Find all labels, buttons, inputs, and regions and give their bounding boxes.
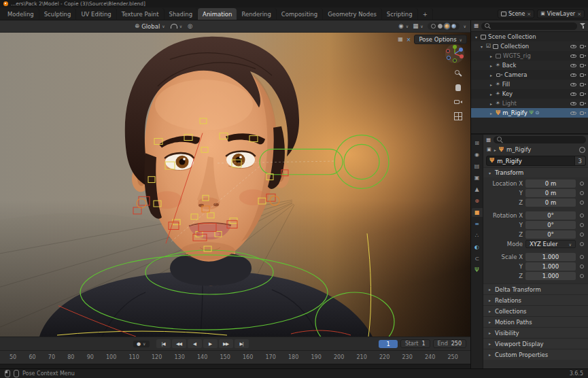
show-gizmo-dropdown[interactable]: ◉ ∨ bbox=[398, 23, 409, 29]
rotation-mode-dropdown[interactable]: XYZ Euler ∨ bbox=[525, 240, 576, 248]
tab-rendering[interactable]: Rendering bbox=[237, 8, 276, 20]
show-overlays-dropdown[interactable]: ▦ ∨ bbox=[413, 23, 423, 29]
outliner-row-collection[interactable]: ▾ ☑ Collection bbox=[471, 41, 588, 51]
keyframe-decorator[interactable] bbox=[578, 233, 585, 237]
disclosure-icon[interactable]: ▸ bbox=[489, 111, 494, 116]
properties-editor-icon[interactable]: ▦ bbox=[486, 137, 491, 143]
object-data-properties-tab[interactable]: Ψ bbox=[472, 266, 483, 275]
tab-animation[interactable]: Animation bbox=[198, 8, 237, 20]
add-workspace-button[interactable]: + bbox=[418, 8, 433, 20]
viewport-3d-canvas[interactable] bbox=[0, 33, 470, 337]
toggle-ortho-icon[interactable] bbox=[454, 112, 462, 120]
relations-panel-header[interactable]: ▸Relations bbox=[483, 294, 588, 305]
hide-eye-icon[interactable] bbox=[570, 90, 577, 97]
hide-eye-icon[interactable] bbox=[570, 43, 577, 50]
outliner-row-camera[interactable]: ▸ Camera bbox=[471, 70, 588, 80]
tab-sculpting[interactable]: Sculpting bbox=[39, 8, 77, 20]
world-properties-tab[interactable]: ⊕ bbox=[472, 196, 483, 205]
viewlayer-selector[interactable]: ▣ ViewLayer × bbox=[537, 10, 585, 18]
keyframe-decorator[interactable] bbox=[578, 191, 585, 195]
tab-texture-paint[interactable]: Texture Paint bbox=[117, 8, 165, 20]
keyframe-decorator[interactable] bbox=[578, 255, 585, 259]
viewport-display-panel-header[interactable]: ▸Viewport Display bbox=[483, 338, 588, 349]
motion-paths-panel-header[interactable]: ▸Motion Paths bbox=[483, 316, 588, 327]
grid-toggle-icon[interactable]: ▦ bbox=[398, 37, 403, 42]
disable-render-icon[interactable] bbox=[579, 81, 586, 88]
proportional-edit-dropdown[interactable]: ◎ bbox=[188, 23, 192, 29]
particle-properties-tab[interactable]: ∴ bbox=[472, 231, 483, 240]
timeline-ruler[interactable]: 50 60 70 80 90 100 110 120 130 140 150 1… bbox=[0, 350, 470, 364]
outliner-row-light[interactable]: ▸ ☀ Light bbox=[471, 99, 588, 108]
disable-render-icon[interactable] bbox=[579, 109, 586, 116]
hide-eye-icon[interactable] bbox=[570, 109, 577, 116]
keyframe-decorator[interactable] bbox=[578, 274, 585, 278]
rotation-x-field[interactable]: 0° bbox=[525, 211, 576, 220]
tab-shading[interactable]: Shading bbox=[165, 8, 198, 20]
jump-to-end-button[interactable]: ▶| bbox=[235, 339, 249, 348]
tool-properties-tab[interactable]: ⊞ bbox=[472, 139, 483, 148]
auto-keying-toggle[interactable]: ● ∨ bbox=[133, 341, 150, 347]
current-frame-field[interactable]: 1 bbox=[379, 340, 397, 348]
zoom-icon[interactable] bbox=[454, 69, 462, 78]
visibility-panel-header[interactable]: ▸Visibility bbox=[483, 327, 588, 338]
users-count-badge[interactable]: 3 bbox=[574, 156, 585, 165]
disable-render-icon[interactable] bbox=[579, 52, 586, 59]
disclosure-icon[interactable]: ▸ bbox=[489, 101, 494, 106]
camera-view-icon[interactable] bbox=[454, 98, 462, 106]
disable-render-icon[interactable] bbox=[579, 62, 586, 69]
keyframe-decorator[interactable] bbox=[578, 201, 585, 205]
scene-unlink-icon[interactable]: × bbox=[527, 12, 531, 17]
properties-search-input[interactable] bbox=[494, 136, 586, 143]
location-z-field[interactable]: 0 m bbox=[525, 199, 576, 207]
delta-transform-panel-header[interactable]: ▸Delta Transform bbox=[483, 284, 588, 294]
outliner-search-input[interactable] bbox=[481, 22, 577, 30]
keyframe-decorator[interactable] bbox=[578, 264, 585, 269]
disclosure-icon[interactable]: ▸ bbox=[489, 82, 494, 87]
location-x-field[interactable]: 0 m bbox=[525, 179, 576, 188]
disable-render-icon[interactable] bbox=[579, 90, 586, 97]
scale-y-field[interactable]: 1.000 bbox=[525, 262, 576, 271]
outliner-row-fill[interactable]: ▸ ☀ Fill bbox=[471, 80, 588, 89]
tab-uv-editing[interactable]: UV Editing bbox=[76, 8, 116, 20]
keyframe-decorator[interactable] bbox=[578, 242, 585, 246]
outliner-row-m-rigify[interactable]: ▸ Ψ m_Rigify Ψ ⊙ bbox=[471, 108, 588, 118]
start-frame-field[interactable]: Start 1 bbox=[400, 339, 430, 348]
modifier-properties-tab[interactable]: ≡ bbox=[472, 220, 483, 228]
shading-rendered-button[interactable] bbox=[451, 24, 456, 29]
rotation-y-field[interactable]: 0° bbox=[525, 221, 576, 229]
keyframe-decorator[interactable] bbox=[578, 223, 585, 227]
shading-material-button[interactable] bbox=[445, 24, 449, 29]
disclosure-icon[interactable]: ▸ bbox=[489, 73, 494, 78]
rotation-z-field[interactable]: 0° bbox=[525, 230, 576, 239]
keyframe-decorator[interactable] bbox=[578, 213, 585, 218]
disclosure-icon[interactable]: ▸ bbox=[489, 54, 494, 58]
shading-dropdown-icon[interactable]: ∨ bbox=[464, 24, 466, 29]
physics-properties-tab[interactable]: ◐ bbox=[472, 243, 483, 252]
snap-dropdown[interactable]: ∨ bbox=[171, 24, 182, 29]
outliner-row-wgts-rig[interactable]: ▸ WGTS_rig bbox=[471, 51, 588, 61]
pin-icon[interactable] bbox=[579, 147, 585, 153]
scene-selector[interactable]: Scene × bbox=[498, 10, 534, 18]
keyframe-decorator[interactable] bbox=[578, 182, 585, 186]
tab-scripting[interactable]: Scripting bbox=[382, 8, 418, 20]
play-reverse-button[interactable]: ◀ bbox=[188, 339, 202, 348]
prev-keyframe-button[interactable]: ◀◀ bbox=[172, 339, 186, 348]
play-button[interactable]: ▶ bbox=[203, 339, 218, 348]
filter-icon[interactable] bbox=[580, 23, 586, 29]
hide-eye-icon[interactable] bbox=[570, 62, 577, 69]
end-frame-field[interactable]: End 250 bbox=[433, 339, 466, 348]
viewlayer-remove-icon[interactable]: × bbox=[577, 12, 581, 17]
clear-constraint-icon[interactable]: × bbox=[407, 37, 411, 43]
tab-geometry-nodes[interactable]: Geometry Nodes bbox=[323, 8, 382, 20]
hide-eye-icon[interactable] bbox=[570, 52, 577, 59]
hide-eye-icon[interactable] bbox=[570, 71, 577, 78]
scene-properties-tab[interactable]: ▲ bbox=[472, 185, 483, 194]
collections-panel-header[interactable]: ▸Collections bbox=[483, 305, 588, 316]
disable-render-icon[interactable] bbox=[579, 71, 586, 78]
disclosure-icon[interactable]: ▾ bbox=[479, 44, 484, 49]
tab-modeling[interactable]: Modeling bbox=[3, 8, 39, 20]
pan-hand-icon[interactable] bbox=[454, 84, 462, 92]
navigation-gizmo[interactable] bbox=[445, 44, 465, 64]
outliner-row-key[interactable]: ▸ ☀ Key bbox=[471, 89, 588, 99]
tab-compositing[interactable]: Compositing bbox=[277, 8, 323, 20]
